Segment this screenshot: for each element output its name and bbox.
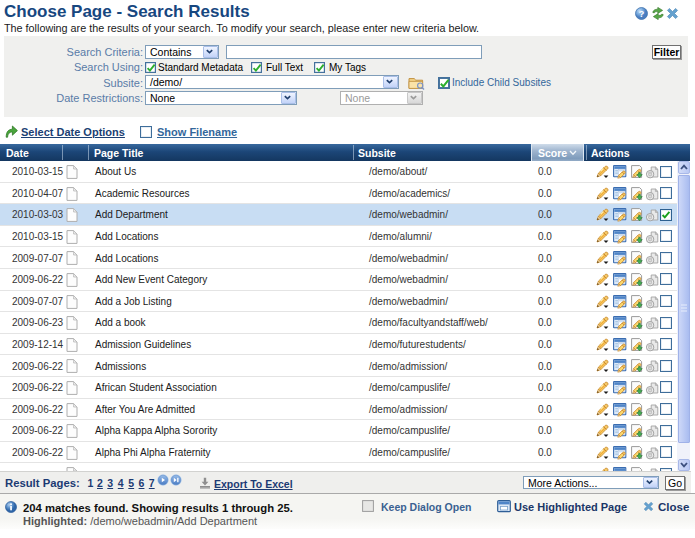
svg-text:?: ?: [639, 9, 645, 19]
